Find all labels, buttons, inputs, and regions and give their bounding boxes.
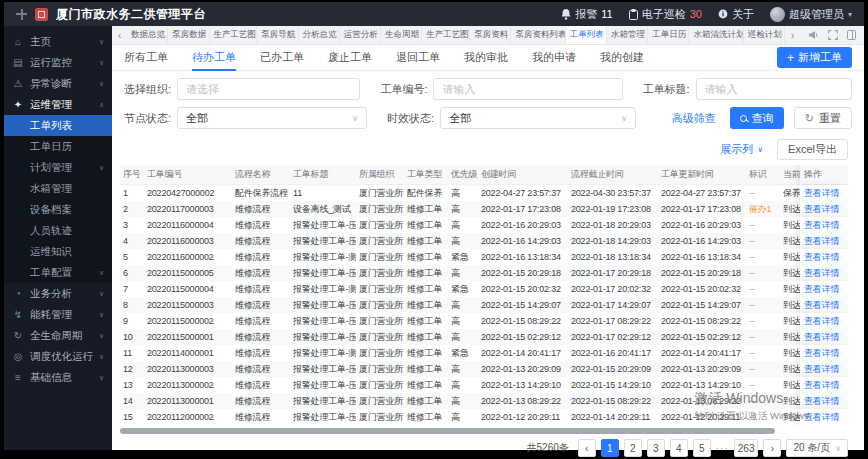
subtab-1[interactable]: 待办工单 <box>192 45 236 70</box>
table-row: 920220115000002维修流程报警处理工单-压力异...厦门营业所维修工… <box>120 313 848 329</box>
chevron-down-icon: ∨ <box>99 311 104 319</box>
sidebar-item-0[interactable]: ⌂主页∨ <box>4 31 112 52</box>
sidebar-item-12[interactable]: ◔业务分析∨ <box>4 283 112 304</box>
org-select[interactable]: 请选择 <box>177 78 360 100</box>
tab-5[interactable]: 运营分析× <box>340 26 381 44</box>
sidebar-item-15[interactable]: ◎调度优化运行∨ <box>4 346 112 367</box>
view-detail-link[interactable]: 查看详情 <box>804 379 839 392</box>
pagination-prev-button[interactable]: ‹ <box>578 439 596 457</box>
view-detail-link[interactable]: 查看详情 <box>804 251 839 264</box>
sidebar-subitem-10[interactable]: 运维知识 <box>4 241 112 262</box>
subtab-4[interactable]: 退回工单 <box>396 45 440 70</box>
tab-label: 工单列表 <box>570 29 604 41</box>
pagination-page-2[interactable]: 2 <box>624 439 642 457</box>
view-detail-link[interactable]: 查看详情 <box>804 283 839 296</box>
tab-10[interactable]: 工单列表× <box>566 26 607 44</box>
sidebar-subitem-6[interactable]: 计划管理∨ <box>4 157 112 178</box>
advanced-search-link[interactable]: 高级筛查 <box>672 111 716 126</box>
time-status-select[interactable]: 全部 ∨ <box>440 107 636 129</box>
tab-9[interactable]: 泵房资料列表× <box>511 26 565 44</box>
tab-8[interactable]: 泵房资料× <box>470 26 511 44</box>
view-detail-link[interactable]: 查看详情 <box>804 203 839 216</box>
tab-3[interactable]: 泵房导航× <box>257 26 298 44</box>
pagination-next-button[interactable]: › <box>763 439 781 457</box>
view-detail-link[interactable]: 查看详情 <box>804 411 839 424</box>
tab-1[interactable]: 泵房数据× <box>168 26 209 44</box>
sidebar-subitem-11[interactable]: 工单配置∨ <box>4 262 112 283</box>
tabs-scroll-right-icon[interactable]: › <box>785 26 800 44</box>
move-icon[interactable] <box>16 9 27 20</box>
cell-7: 2022-01-16 20:29:03 <box>478 217 568 233</box>
sidebar-item-2[interactable]: ⚠异常诊断∨ <box>4 73 112 94</box>
view-detail-link[interactable]: 查看详情 <box>804 235 839 248</box>
sidebar-item-1[interactable]: ▤运行监控∨ <box>4 52 112 73</box>
subtab-0[interactable]: 所有工单 <box>124 45 168 70</box>
sidebar-item-3[interactable]: ✦运维管理∧ <box>4 94 112 115</box>
sidebar-subitem-9[interactable]: 人员轨迹 <box>4 220 112 241</box>
fullscreen-icon[interactable] <box>828 30 838 40</box>
excel-export-button[interactable]: Excel导出 <box>777 139 848 160</box>
tab-label: 生产工艺图 <box>426 29 469 41</box>
cell-3: 报警处理工单-压力异... <box>290 265 356 281</box>
pagination-page-3[interactable]: 3 <box>647 439 665 457</box>
sidebar-subitem-4[interactable]: 工单列表 <box>4 115 112 136</box>
tab-0[interactable]: 数据总览× <box>127 26 168 44</box>
subtab-7[interactable]: 我的创建 <box>600 45 644 70</box>
view-detail-link[interactable]: 查看详情 <box>804 187 839 200</box>
about-menu-item[interactable]: 关于 <box>718 7 754 22</box>
inspection-menu-item[interactable]: 电子巡检 30 <box>629 7 702 22</box>
view-detail-link[interactable]: 查看详情 <box>804 267 839 280</box>
sidebar-item-16[interactable]: ≡基础信息∨ <box>4 367 112 388</box>
tab-13[interactable]: 水箱清洗计划× <box>689 26 743 44</box>
pagination-last-button[interactable]: 263 <box>734 439 759 457</box>
show-columns-link[interactable]: 展示列 ∨ <box>720 142 763 157</box>
subtab-5[interactable]: 我的审批 <box>464 45 508 70</box>
subtab-6[interactable]: 我的申请 <box>532 45 576 70</box>
view-detail-link[interactable]: 查看详情 <box>804 347 839 360</box>
code-input[interactable]: 请输入 <box>433 78 622 100</box>
tabs-scroll-left-icon[interactable]: ‹ <box>112 26 127 44</box>
pagination-page-4[interactable]: 4 <box>670 439 688 457</box>
new-work-order-button[interactable]: + 新增工单 <box>777 47 852 68</box>
page-size-select[interactable]: 20 条/页 ∨ <box>786 439 848 457</box>
pagination-page-1[interactable]: 1 <box>601 439 619 457</box>
subtab-3[interactable]: 废止工单 <box>328 45 372 70</box>
sidebar-subitem-8[interactable]: 设备档案 <box>4 199 112 220</box>
search-button[interactable]: 查询 <box>730 107 784 129</box>
reset-label: 重置 <box>819 111 841 126</box>
tab-11[interactable]: 水箱管理× <box>607 26 648 44</box>
subtab-2[interactable]: 已办工单 <box>260 45 304 70</box>
view-detail-link[interactable]: 查看详情 <box>804 299 839 312</box>
horizontal-scrollbar-thumb[interactable] <box>120 428 775 434</box>
cell-9: 2022-01-16 14:29:03 <box>658 233 746 249</box>
tab-6[interactable]: 生命周期× <box>381 26 422 44</box>
cell-1: 20220115000005 <box>144 265 232 281</box>
view-detail-link[interactable]: 查看详情 <box>804 331 839 344</box>
cell-5: 维修工单 <box>404 329 448 345</box>
tab-7[interactable]: 生产工艺图× <box>422 26 470 44</box>
tab-12[interactable]: 工单日历× <box>648 26 689 44</box>
user-menu[interactable]: 超级管理员 ▾ <box>770 7 852 22</box>
title-input[interactable]: 请输入 <box>696 78 852 100</box>
view-detail-link[interactable]: 查看详情 <box>804 395 839 408</box>
sidebar-item-13[interactable]: ↯能耗管理∨ <box>4 304 112 325</box>
node-status-select[interactable]: 全部 ∨ <box>177 107 367 129</box>
cell-2: 维修流程 <box>232 297 290 313</box>
announcement-icon[interactable] <box>808 30 819 40</box>
view-detail-link[interactable]: 查看详情 <box>804 363 839 376</box>
tab-4[interactable]: 分析总览× <box>299 26 340 44</box>
panel-icon[interactable] <box>847 30 856 40</box>
pagination-bar: 共5260条 ‹ 12345 ··· 263 › 20 条/页 ∨ <box>112 437 864 459</box>
view-detail-link[interactable]: 查看详情 <box>804 315 839 328</box>
cell-2: 维修流程 <box>232 233 290 249</box>
pagination-page-5[interactable]: 5 <box>693 439 711 457</box>
tab-14[interactable]: 巡检计划× <box>744 26 785 44</box>
alarm-menu-item[interactable]: 报警 11 <box>561 7 612 22</box>
sidebar-item-14[interactable]: ↻全生命周期∨ <box>4 325 112 346</box>
sidebar-subitem-5[interactable]: 工单日历 <box>4 136 112 157</box>
sidebar-subitem-7[interactable]: 水箱管理 <box>4 178 112 199</box>
view-detail-link[interactable]: 查看详情 <box>804 219 839 232</box>
reset-button[interactable]: ↻ 重置 <box>794 107 852 129</box>
tab-2[interactable]: 生产工艺图× <box>210 26 258 44</box>
table-row: 620220115000005维修流程报警处理工单-压力异...厦门营业所维修工… <box>120 265 848 281</box>
